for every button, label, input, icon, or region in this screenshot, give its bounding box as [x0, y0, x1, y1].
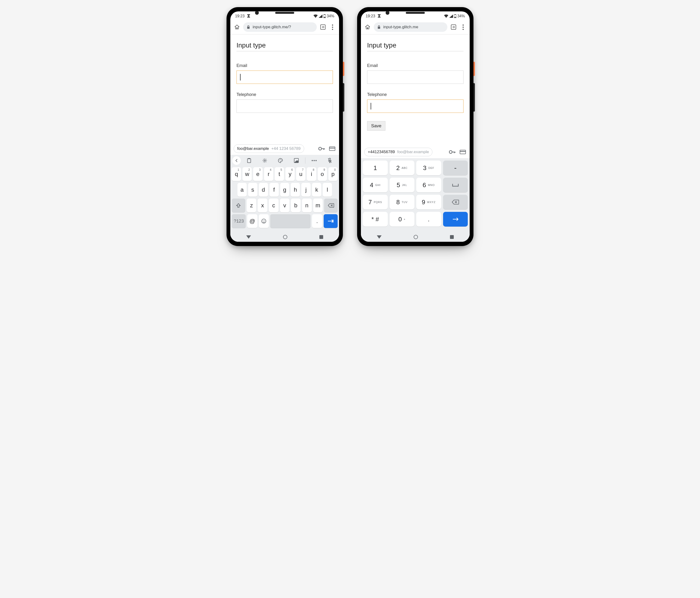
numkey-4[interactable]: 4GHI — [363, 178, 388, 192]
numkey-[interactable]: . — [416, 212, 441, 227]
email-field[interactable] — [367, 71, 464, 84]
autofill-chip[interactable]: +44123456789 foo@bar.example — [364, 148, 432, 156]
payment-card-icon[interactable] — [459, 150, 466, 154]
numkey-3[interactable]: 3DEF — [416, 160, 441, 175]
email-field[interactable] — [236, 71, 333, 84]
emoji-key[interactable] — [259, 214, 269, 228]
floating-keyboard-icon[interactable] — [289, 156, 304, 165]
symbols-key[interactable]: ?123 — [232, 214, 246, 228]
page-title: Input type — [367, 42, 464, 51]
numkey-8[interactable]: 8TUV — [390, 195, 415, 209]
nav-back[interactable] — [246, 235, 251, 239]
telephone-field[interactable] — [367, 100, 464, 113]
lock-icon — [377, 25, 381, 29]
numkey-9[interactable]: 9WXYZ — [416, 195, 441, 209]
palette-icon[interactable] — [273, 156, 288, 165]
key-d[interactable]: d — [259, 183, 268, 197]
key-g[interactable]: g — [280, 183, 290, 197]
password-key-icon[interactable] — [318, 147, 325, 151]
key-x[interactable]: x — [258, 199, 267, 212]
key-l[interactable]: l — [323, 183, 332, 197]
nav-back[interactable] — [377, 235, 381, 239]
key-row-2: asdfghjkl — [231, 183, 338, 197]
numkey-2[interactable]: 2ABC — [390, 160, 415, 175]
tabs-button[interactable]: :D — [450, 24, 457, 30]
volume-button[interactable] — [473, 83, 475, 111]
key-c[interactable]: c — [269, 199, 278, 212]
key-r[interactable]: r4 — [264, 167, 273, 181]
key-u[interactable]: u7 — [296, 167, 305, 181]
nav-home[interactable] — [414, 235, 418, 239]
home-button[interactable] — [364, 24, 371, 30]
key-p[interactable]: p0 — [328, 167, 338, 181]
mic-off-icon[interactable] — [322, 156, 337, 165]
key-e[interactable]: e3 — [253, 167, 262, 181]
space-key[interactable] — [270, 214, 310, 228]
key-n[interactable]: n — [302, 199, 312, 212]
cell-signal-icon — [319, 15, 322, 18]
numkey-0[interactable]: 0+ — [390, 212, 415, 227]
autofill-bar: +44123456789 foo@bar.example — [361, 146, 470, 158]
key-m[interactable]: m — [313, 199, 323, 212]
save-button[interactable]: Save — [367, 121, 385, 131]
url-bar[interactable]: input-type.glitch.me/? — [243, 22, 317, 32]
key-v[interactable]: v — [280, 199, 290, 212]
power-button[interactable] — [473, 62, 475, 76]
nav-recent[interactable] — [450, 235, 454, 239]
key-j[interactable]: j — [301, 183, 310, 197]
key-h[interactable]: h — [291, 183, 300, 197]
enter-key[interactable] — [443, 212, 468, 227]
url-text: input-type.glitch.me/? — [253, 25, 291, 29]
password-key-icon[interactable] — [449, 150, 456, 154]
nav-home[interactable] — [283, 235, 287, 239]
nav-recent[interactable] — [319, 235, 323, 239]
numkey-[interactable]: * # — [363, 212, 388, 227]
power-button[interactable] — [343, 62, 344, 76]
at-key[interactable]: @ — [247, 214, 257, 228]
home-button[interactable] — [234, 24, 240, 30]
key-k[interactable]: k — [312, 183, 321, 197]
hourglass-icon — [247, 14, 250, 18]
numkey-7[interactable]: 7PQRS — [363, 195, 388, 209]
backspace-key[interactable] — [443, 195, 468, 209]
tabs-button[interactable]: :D — [320, 24, 326, 30]
menu-button[interactable] — [460, 24, 466, 30]
key-i[interactable]: i8 — [307, 167, 316, 181]
key-z[interactable]: z — [247, 199, 256, 212]
key-o[interactable]: o9 — [318, 167, 327, 181]
collapse-toolbar-button[interactable] — [232, 156, 241, 165]
telephone-field[interactable] — [236, 100, 333, 113]
key-t[interactable]: t5 — [275, 167, 284, 181]
screen: 19:23 34% — [361, 11, 470, 242]
svg-rect-1 — [324, 14, 325, 15]
minus-key[interactable]: - — [443, 160, 468, 175]
key-f[interactable]: f — [270, 183, 279, 197]
more-icon[interactable] — [307, 156, 322, 165]
menu-button[interactable] — [329, 24, 336, 30]
svg-point-10 — [279, 160, 280, 160]
numkey-6[interactable]: 6MNO — [416, 178, 441, 192]
key-s[interactable]: s — [248, 183, 257, 197]
phone-right: 19:23 34% — [357, 7, 473, 246]
gear-icon[interactable] — [257, 156, 272, 165]
shift-key[interactable] — [232, 199, 245, 212]
front-camera — [255, 11, 259, 15]
phone-left: 19:23 34% — [227, 7, 343, 246]
numkey-1[interactable]: 1 — [363, 160, 388, 175]
clipboard-icon[interactable] — [242, 156, 256, 165]
backspace-key[interactable] — [324, 199, 338, 212]
space-key[interactable] — [443, 178, 468, 192]
period-key[interactable]: . — [312, 214, 322, 228]
key-y[interactable]: y6 — [285, 167, 295, 181]
volume-button[interactable] — [343, 83, 344, 111]
autofill-chip[interactable]: foo@bar.example +44 1234 56789 — [234, 144, 304, 153]
key-a[interactable]: a — [238, 183, 247, 197]
svg-point-14 — [311, 160, 313, 161]
key-q[interactable]: q1 — [232, 167, 241, 181]
enter-key[interactable] — [324, 214, 338, 228]
key-b[interactable]: b — [291, 199, 301, 212]
numkey-5[interactable]: 5JKL — [390, 178, 415, 192]
url-bar[interactable]: input-type.glitch.me — [374, 22, 447, 32]
key-w[interactable]: w2 — [243, 167, 252, 181]
payment-card-icon[interactable] — [329, 147, 336, 151]
